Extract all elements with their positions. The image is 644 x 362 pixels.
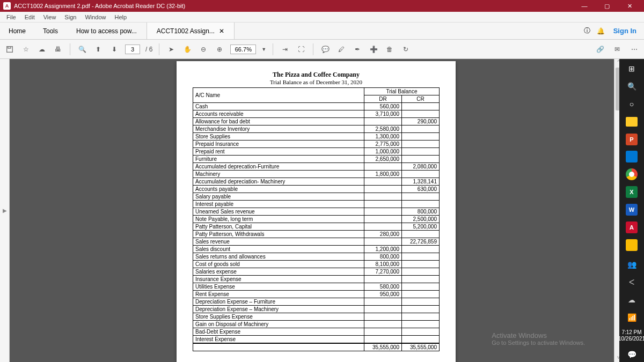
workspace: ▶ The Pizza and Coffee Company Trial Bal… — [0, 59, 644, 362]
menubar: File Edit View Sign Window Help — [0, 12, 644, 23]
mail-icon[interactable]: ✉ — [612, 44, 623, 55]
sign-in-link[interactable]: Sign In — [611, 27, 636, 35]
cell-name: Accumulated deprecation-Furniture — [193, 163, 364, 171]
taskbar-notes-icon[interactable] — [624, 237, 640, 253]
table-row: Store Supplies Expense — [193, 313, 440, 321]
cell-dr — [364, 306, 402, 313]
nav-home[interactable]: Home — [0, 23, 34, 39]
menu-edit[interactable]: Edit — [20, 14, 39, 20]
doc-subtitle: Trial Balance as of December 31, 2020 — [193, 79, 440, 85]
table-row: Merchandise Inventory2,580,000 — [193, 125, 440, 133]
table-row: Cash560,000 — [193, 103, 440, 110]
tab-assignment-label: ACCT1002 Assign... — [157, 27, 215, 35]
cloud-icon[interactable]: ☁ — [36, 44, 47, 55]
sign-icon[interactable]: ✒ — [352, 44, 363, 55]
taskbar-explorer-icon[interactable] — [624, 114, 640, 129]
cell-dr: 8,100,000 — [364, 261, 402, 268]
cell-cr — [402, 298, 440, 306]
th-ac: A/C Name — [193, 88, 364, 103]
zoom-out-icon[interactable]: ⊖ — [198, 44, 209, 55]
help-icon[interactable]: ⓘ — [584, 26, 590, 35]
maximize-button[interactable]: ▢ — [596, 0, 618, 12]
fit-width-icon[interactable]: ⇥ — [280, 44, 290, 55]
menu-file[interactable]: File — [2, 14, 20, 20]
up-arrow-icon[interactable]: ⬆ — [93, 44, 104, 55]
zoom-input[interactable] — [230, 45, 256, 54]
tab-howto[interactable]: How to access pow... — [67, 23, 147, 39]
table-row: Interest payable — [193, 201, 440, 208]
table-row: Interest Expense — [193, 336, 440, 344]
more-icon[interactable]: ⋯ — [629, 44, 640, 55]
menu-window[interactable]: Window — [80, 14, 110, 20]
hand-icon[interactable]: ✋ — [182, 44, 193, 55]
menu-help[interactable]: Help — [111, 14, 131, 20]
highlight-icon[interactable]: 🖊 — [336, 44, 347, 55]
rotate-icon[interactable]: ↻ — [400, 44, 411, 55]
taskbar-chevron-icon[interactable]: ᐸ — [624, 275, 640, 290]
cell-cr — [402, 133, 440, 141]
star-icon[interactable]: ☆ — [20, 44, 31, 55]
nav-tools[interactable]: Tools — [34, 23, 67, 39]
down-arrow-icon[interactable]: ⬇ — [109, 44, 120, 55]
cell-cr — [402, 253, 440, 261]
tab-assignment[interactable]: ACCT1002 Assign...✕ — [147, 23, 235, 39]
taskbar-edge-icon[interactable] — [624, 149, 640, 165]
windows-watermark: Activate Windows Go to Settings to activ… — [492, 331, 585, 346]
cell-dr — [364, 276, 402, 283]
table-row: Accumulated deprecation-Furniture2,080,0… — [193, 163, 440, 171]
taskbar-excel-icon[interactable]: X — [624, 184, 640, 200]
share-icon[interactable]: 🔗 — [595, 44, 605, 55]
cell-dr — [364, 328, 402, 336]
cell-dr: 280,000 — [364, 231, 402, 238]
cell-dr: 2,775,000 — [364, 141, 402, 148]
minimize-button[interactable]: — — [573, 0, 596, 12]
table-row: Machinery1,800,000 — [193, 171, 440, 178]
document-area[interactable]: The Pizza and Coffee Company Trial Balan… — [10, 59, 623, 362]
menu-view[interactable]: View — [39, 14, 61, 20]
taskbar-search-icon[interactable]: 🔍 — [624, 79, 640, 94]
page-input[interactable] — [125, 45, 140, 54]
cell-dr: 3,710,000 — [364, 110, 402, 118]
delete-icon[interactable]: 🗑 — [384, 44, 395, 55]
taskbar-wifi-icon[interactable]: 📶 — [624, 309, 640, 325]
taskbar-cortana-icon[interactable]: ○ — [624, 97, 640, 112]
titlebar: A ACCT1002 Assignment 2.pdf - Adobe Acro… — [0, 0, 644, 12]
taskbar-start-icon[interactable]: ⊞ — [624, 61, 640, 77]
taskbar-people-icon[interactable]: 👥 — [624, 257, 640, 272]
taskbar-word-icon[interactable]: W — [624, 202, 640, 218]
cell-cr — [402, 141, 440, 148]
table-row: Bad-Debt Expense — [193, 328, 440, 336]
cell-dr — [364, 186, 402, 193]
cell-cr — [402, 193, 440, 201]
tab-close-icon[interactable]: ✕ — [219, 27, 224, 35]
zoom-in-icon[interactable]: ⊕ — [214, 44, 225, 55]
zoom-dropdown-icon[interactable]: ▼ — [261, 47, 266, 52]
pointer-icon[interactable]: ➤ — [166, 44, 177, 55]
left-panel-toggle[interactable]: ▶ — [0, 59, 10, 362]
table-row: Prepaid rent1,000,000 — [193, 148, 440, 156]
cell-cr: 630,000 — [402, 186, 440, 193]
bell-icon[interactable]: 🔔 — [597, 27, 605, 35]
taskbar-clock[interactable]: 7:12 PM 10/26/2021 — [618, 327, 644, 344]
cell-cr — [402, 110, 440, 118]
table-row: Store Supplies1,300,000 — [193, 133, 440, 141]
search-icon[interactable]: 🔍 — [77, 44, 87, 55]
print-icon[interactable]: 🖶 — [53, 44, 63, 55]
taskbar-onedrive-icon[interactable]: ☁ — [624, 292, 640, 308]
menu-sign[interactable]: Sign — [60, 14, 80, 20]
taskbar-notifications-icon[interactable]: 💬 — [624, 346, 640, 362]
taskbar-powerpoint-icon[interactable]: P — [624, 131, 640, 147]
taskbar-pdf-icon[interactable]: A — [624, 219, 640, 235]
fit-page-icon[interactable]: ⛶ — [296, 44, 306, 55]
cell-name: Patty Patterson, Withdrawals — [193, 231, 364, 238]
stamp-icon[interactable]: ➕ — [368, 44, 379, 55]
cell-cr — [402, 156, 440, 163]
comment-icon[interactable]: 💬 — [320, 44, 331, 55]
cell-cr — [402, 313, 440, 321]
cell-dr: 1,300,000 — [364, 133, 402, 141]
table-row: Salary payable — [193, 193, 440, 201]
close-button[interactable]: ✕ — [618, 0, 641, 12]
save-icon[interactable] — [4, 44, 15, 55]
taskbar-chrome-icon[interactable] — [624, 167, 640, 182]
cell-cr — [402, 283, 440, 291]
